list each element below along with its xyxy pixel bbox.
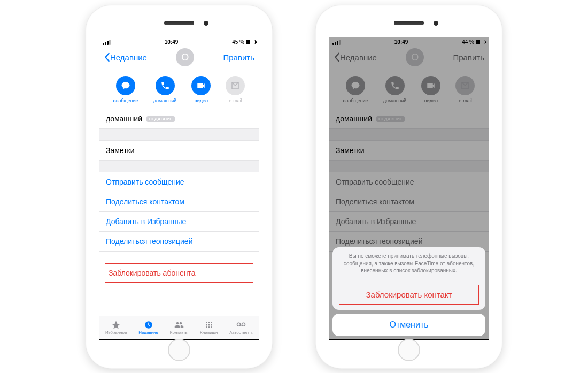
svg-point-4 — [206, 324, 207, 326]
svg-point-3 — [211, 322, 212, 323]
svg-point-7 — [206, 326, 207, 328]
battery-icon — [246, 40, 256, 44]
call-label: домашний — [153, 98, 177, 103]
action-sheet: Вы не сможете принимать телефонные вызов… — [332, 247, 485, 336]
nav-bar: Недавние O Править — [99, 47, 259, 68]
block-confirm-screen: 10:49 44 % Недавние O Править сообщение … — [329, 37, 489, 340]
block-caller-row[interactable]: Заблокировать абонента — [105, 263, 253, 283]
tab-label: Избранное — [105, 330, 127, 335]
back-label: Недавние — [110, 53, 147, 62]
sheet-description: Вы не сможете принимать телефонные вызов… — [332, 247, 485, 280]
notes-row[interactable]: Заметки — [99, 141, 259, 161]
video-icon — [191, 76, 211, 95]
contacts-icon — [173, 320, 185, 330]
tab-keypad[interactable]: Клавиши — [200, 320, 218, 335]
sheet-main: Вы не сможете принимать телефонные вызов… — [332, 247, 485, 310]
status-time: 10:49 — [165, 39, 179, 45]
speaker — [394, 21, 424, 25]
svg-point-5 — [208, 324, 210, 326]
speaker — [164, 21, 194, 25]
phone-mockup-left: 10:49 45 % Недавние O Править сообщение … — [86, 5, 273, 369]
phone-type-label: домашний — [106, 115, 142, 123]
front-camera — [434, 21, 438, 26]
action-row: сообщение домашний видео e-mail — [99, 68, 259, 109]
front-camera — [204, 21, 208, 26]
tab-contacts[interactable]: Контакты — [170, 320, 189, 335]
tab-label: Клавиши — [200, 330, 218, 335]
tab-label: Автоответч. — [229, 330, 253, 335]
home-button[interactable] — [398, 339, 420, 361]
add-favorite-row[interactable]: Добавить в Избранные — [99, 212, 259, 232]
section-gap — [99, 129, 259, 141]
svg-point-1 — [206, 322, 207, 323]
mail-action: e-mail — [226, 76, 245, 103]
phone-row[interactable]: домашний НЕДАВНИЕ — [99, 109, 259, 129]
notes-label: Заметки — [106, 146, 135, 155]
voicemail-icon — [235, 320, 247, 330]
video-label: видео — [195, 98, 208, 103]
tab-bar: Избранное Недавние Контакты Клавиши Авто… — [99, 316, 259, 339]
avatar: O — [176, 48, 194, 66]
cancel-button[interactable]: Отменить — [332, 314, 485, 336]
block-contact-button[interactable]: Заблокировать контакт — [339, 285, 479, 305]
call-action[interactable]: домашний — [153, 76, 177, 103]
mail-icon — [226, 76, 245, 95]
phone-icon — [156, 76, 175, 95]
message-icon — [116, 76, 135, 95]
status-bar: 10:49 45 % — [99, 37, 259, 47]
edit-button[interactable]: Править — [223, 53, 254, 62]
send-message-row[interactable]: Отправить сообщение — [99, 172, 259, 192]
tab-label: Контакты — [170, 330, 189, 335]
recent-tag: НЕДАВНИЕ — [146, 116, 175, 122]
svg-point-2 — [208, 322, 210, 323]
tab-label: Недавние — [138, 330, 158, 335]
svg-point-9 — [211, 326, 212, 328]
battery-percent: 45 % — [232, 39, 244, 45]
share-contact-row[interactable]: Поделиться контактом — [99, 192, 259, 212]
clock-icon — [143, 320, 154, 330]
contact-detail-screen: 10:49 45 % Недавние O Править сообщение … — [99, 37, 259, 340]
back-button[interactable]: Недавние — [104, 52, 147, 62]
tab-recents[interactable]: Недавние — [138, 320, 158, 335]
svg-point-6 — [211, 324, 212, 326]
message-action[interactable]: сообщение — [113, 76, 138, 103]
star-icon — [110, 320, 122, 330]
mail-label: e-mail — [229, 98, 242, 103]
video-action[interactable]: видео — [191, 76, 211, 103]
phone-mockup-right: 10:49 44 % Недавние O Править сообщение … — [315, 5, 502, 369]
keypad-icon — [203, 320, 215, 330]
chevron-left-icon — [104, 52, 110, 62]
share-location-row[interactable]: Поделиться геопозицией — [99, 232, 259, 252]
home-button[interactable] — [168, 339, 190, 361]
section-gap — [99, 161, 259, 172]
svg-point-8 — [208, 326, 210, 328]
tab-favorites[interactable]: Избранное — [105, 320, 127, 335]
signal-icon — [103, 40, 111, 45]
message-label: сообщение — [113, 98, 138, 103]
tab-voicemail[interactable]: Автоответч. — [229, 320, 253, 335]
